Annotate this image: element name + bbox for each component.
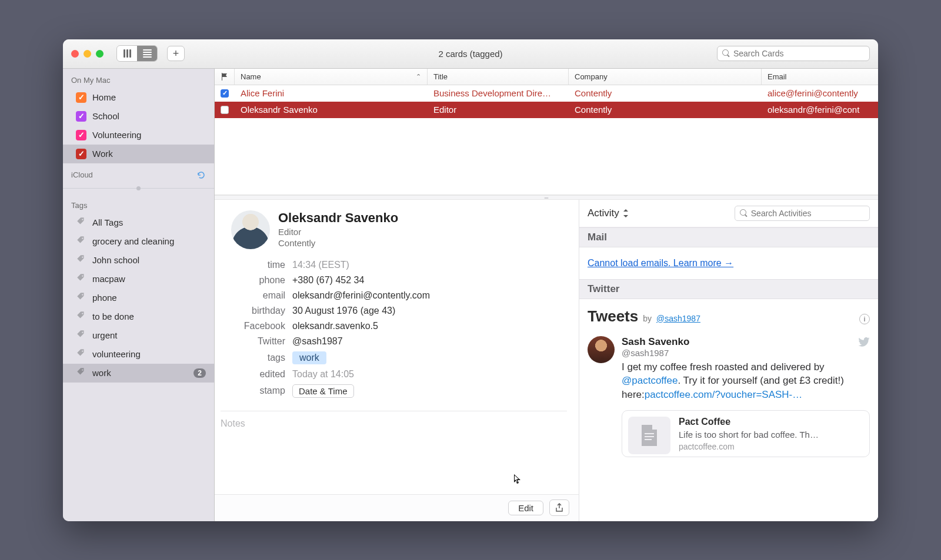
field-label: birthday bbox=[215, 306, 285, 316]
view-mode-list[interactable] bbox=[137, 46, 157, 61]
sidebar-section-onmymac: On My Mac ✓ Home ✓ School ✓ Volunteering… bbox=[63, 69, 214, 163]
tag-icon bbox=[76, 273, 86, 285]
search-icon bbox=[722, 49, 730, 58]
row-flag-checkbox[interactable]: ✓ bbox=[221, 89, 229, 98]
field-label: Facebook bbox=[215, 321, 285, 331]
sidebar-section-icloud: iCloud bbox=[63, 163, 214, 183]
updown-icon bbox=[623, 209, 629, 217]
zoom-window-button[interactable] bbox=[96, 50, 104, 58]
sidebar-tag-tobedone[interactable]: to be done bbox=[63, 307, 214, 326]
twitter-bird-icon bbox=[858, 337, 870, 347]
activity-dropdown[interactable]: Activity bbox=[588, 207, 629, 219]
search-activities-input[interactable] bbox=[751, 209, 865, 218]
field-value[interactable]: oleksandr.savenko.5 bbox=[292, 321, 378, 331]
field-edited: edited Today at 14:05 bbox=[215, 367, 567, 382]
svg-rect-0 bbox=[645, 433, 654, 434]
column-label: Name bbox=[241, 72, 261, 81]
field-value: Today at 14:05 bbox=[292, 369, 354, 380]
column-header-title[interactable]: Title bbox=[428, 69, 569, 85]
cell-company: Contently bbox=[569, 88, 762, 98]
tag-pill[interactable]: work bbox=[292, 351, 326, 364]
tag-icon bbox=[76, 329, 86, 341]
column-header-name[interactable]: Name ⌃ bbox=[235, 69, 428, 85]
edit-button[interactable]: Edit bbox=[508, 501, 543, 515]
search-cards-input[interactable] bbox=[733, 49, 865, 58]
sidebar-section-header[interactable]: On My Mac bbox=[63, 72, 214, 88]
link-card-title: Pact Coffee bbox=[679, 417, 819, 427]
column-header-company[interactable]: Company bbox=[569, 69, 762, 85]
field-time: time 14:34 (EEST) bbox=[215, 257, 567, 273]
table-row[interactable]: ✓ Alice Ferini Business Development Dire… bbox=[215, 85, 878, 102]
checkbox-icon: ✓ bbox=[76, 130, 86, 140]
tag-icon bbox=[76, 235, 86, 247]
refresh-icon[interactable] bbox=[196, 170, 206, 180]
row-flag-checkbox[interactable] bbox=[221, 106, 229, 114]
tag-icon bbox=[76, 310, 86, 323]
checkbox-icon: ✓ bbox=[76, 149, 86, 159]
field-tags: tags work bbox=[215, 349, 567, 367]
sidebar-section-header[interactable]: Tags bbox=[63, 197, 214, 213]
avatar bbox=[231, 210, 270, 249]
stamp-button[interactable]: Date & Time bbox=[292, 384, 354, 398]
sidebar-tag-johnschool[interactable]: John school bbox=[63, 251, 214, 270]
column-header-email[interactable]: Email bbox=[762, 69, 878, 85]
field-value[interactable]: @sash1987 bbox=[292, 336, 343, 347]
tweet-handle[interactable]: @sash1987 bbox=[622, 348, 870, 358]
mail-error-link[interactable]: Cannot load emails. Learn more → bbox=[588, 258, 733, 268]
sidebar-item-volunteering[interactable]: ✓ Volunteering bbox=[63, 126, 214, 145]
sidebar-section-header[interactable]: iCloud bbox=[63, 167, 214, 183]
sidebar-tag-volunteering[interactable]: volunteering bbox=[63, 345, 214, 364]
activity-heading-label: Activity bbox=[588, 207, 619, 219]
sidebar-item-label: Work bbox=[92, 149, 113, 159]
tweet-mention-link[interactable]: @pactcoffee bbox=[622, 375, 678, 386]
tweet-url-link[interactable]: pactcoffee.com/?voucher=SASH-… bbox=[645, 389, 803, 400]
flag-icon bbox=[221, 73, 228, 81]
tweet-avatar bbox=[588, 336, 615, 363]
cell-email: oleksandr@ferini@cont bbox=[762, 105, 878, 115]
add-card-button[interactable]: + bbox=[167, 46, 185, 61]
card-company: Contently bbox=[278, 238, 398, 248]
sidebar-tag-work[interactable]: work 2 bbox=[63, 364, 214, 383]
svg-rect-1 bbox=[645, 436, 654, 437]
search-cards-field[interactable] bbox=[717, 46, 870, 61]
sidebar-item-school[interactable]: ✓ School bbox=[63, 107, 214, 126]
sidebar-tag-urgent[interactable]: urgent bbox=[63, 326, 214, 345]
table-row[interactable]: Oleksandr Savenko Editor Contently oleks… bbox=[215, 102, 878, 118]
share-button[interactable] bbox=[549, 499, 569, 516]
minimize-window-button[interactable] bbox=[84, 50, 91, 58]
horizontal-split-handle[interactable] bbox=[215, 195, 878, 200]
view-mode-columns[interactable] bbox=[117, 46, 137, 61]
tweet-link-card[interactable]: Pact Coffee Life is too short for bad co… bbox=[622, 410, 870, 457]
tag-icon bbox=[76, 348, 86, 360]
checkbox-icon: ✓ bbox=[76, 92, 86, 103]
sidebar-tag-grocery[interactable]: grocery and cleaning bbox=[63, 232, 214, 251]
sidebar-split-handle[interactable] bbox=[63, 186, 214, 192]
share-icon bbox=[555, 503, 563, 512]
info-icon[interactable]: i bbox=[859, 314, 870, 324]
sidebar-tag-all[interactable]: All Tags bbox=[63, 213, 214, 232]
sidebar-item-label: grocery and cleaning bbox=[92, 236, 174, 246]
sidebar-tag-macpaw[interactable]: macpaw bbox=[63, 270, 214, 289]
field-label: stamp bbox=[215, 385, 285, 396]
notes-placeholder[interactable]: Notes bbox=[215, 416, 579, 431]
traffic-lights bbox=[71, 50, 104, 58]
tweets-handle-link[interactable]: @sash1987 bbox=[656, 314, 700, 323]
field-label: Twitter bbox=[215, 336, 285, 347]
sidebar-tag-phone[interactable]: phone bbox=[63, 289, 214, 307]
sidebar-item-home[interactable]: ✓ Home bbox=[63, 88, 214, 107]
tag-count-badge: 2 bbox=[193, 368, 206, 378]
sidebar-item-work[interactable]: ✓ Work bbox=[63, 145, 214, 163]
window-body: On My Mac ✓ Home ✓ School ✓ Volunteering… bbox=[63, 69, 878, 521]
search-activities-field[interactable] bbox=[735, 206, 870, 221]
tweet-author[interactable]: Sash Savenko bbox=[622, 336, 689, 348]
cell-name: Oleksandr Savenko bbox=[235, 105, 428, 115]
cell-name: Alice Ferini bbox=[235, 88, 428, 98]
card-title: Editor bbox=[278, 227, 398, 237]
close-window-button[interactable] bbox=[71, 50, 79, 58]
sidebar: On My Mac ✓ Home ✓ School ✓ Volunteering… bbox=[63, 69, 215, 521]
field-value[interactable]: +380 (67) 452 34 bbox=[292, 275, 364, 286]
column-header-flag[interactable] bbox=[215, 69, 235, 85]
link-card-desc: Life is too short for bad coffee. Th… bbox=[679, 430, 819, 440]
field-value[interactable]: oleksandr@ferini@contently.com bbox=[292, 290, 430, 301]
card-header: Oleksandr Savenko Editor Contently bbox=[215, 200, 579, 254]
